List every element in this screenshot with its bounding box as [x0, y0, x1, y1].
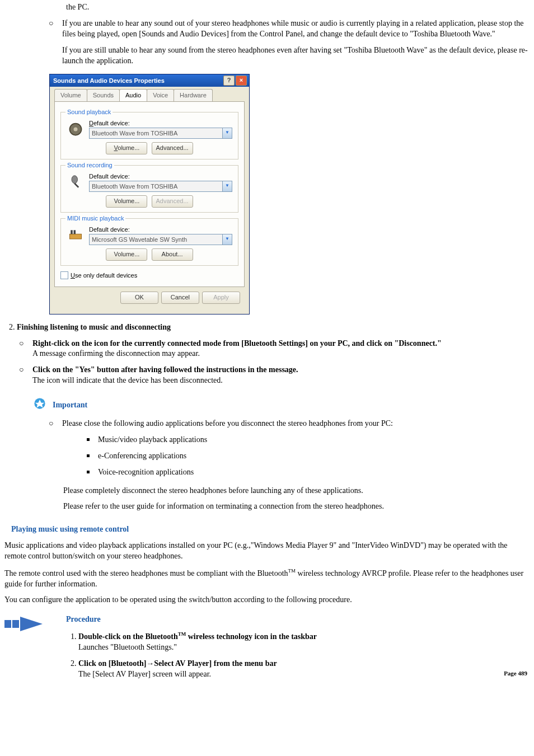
important-p1: Please completely disconnect the stereo … — [63, 486, 530, 496]
important-app-2: e-Conferencing applications — [82, 451, 530, 462]
step2-item2-bold: Click on the "Yes" button after having f… — [32, 365, 298, 374]
procedure-step-2: Click on [Bluetooth]→Select AV Player] f… — [78, 659, 530, 680]
remote-p2: The remote control used with the stereo … — [4, 567, 530, 589]
svg-rect-9 — [4, 620, 11, 628]
step2-title: Finishing listening to music and disconn… — [17, 323, 171, 331]
recording-volume-button[interactable]: Volume... — [106, 195, 147, 208]
intro-para2: If you are still unable to hear any soun… — [62, 45, 530, 67]
midi-icon — [67, 226, 85, 244]
trademark-icon: TM — [178, 631, 186, 637]
dialog-tabs: Volume Sounds Audio Voice Hardware — [54, 89, 245, 102]
apply-button: Apply — [202, 292, 240, 304]
proc2-bold: Click on [Bluetooth]→Select AV Player] f… — [78, 659, 277, 668]
midi-about-button[interactable]: About... — [152, 248, 193, 261]
important-app-3: Voice-recognition applications — [82, 467, 530, 478]
chevron-down-icon[interactable]: ▼ — [222, 181, 232, 191]
trademark-icon: TM — [288, 568, 296, 574]
sound-recording-group: Sound recording Default device: Bluetoot… — [60, 165, 238, 213]
tab-volume[interactable]: Volume — [54, 89, 87, 101]
proc1-bold: Double-click on the BluetoothTM wireless… — [78, 632, 317, 641]
microphone-icon — [67, 173, 85, 191]
svg-point-2 — [72, 175, 78, 183]
sound-playback-group: Sound playback Default device: Bluetooth… — [60, 112, 238, 159]
important-p2: Please refer to the user guide for infor… — [63, 501, 530, 512]
use-only-default-label: Use only default devices — [71, 271, 137, 280]
tab-voice[interactable]: Voice — [147, 89, 174, 101]
chevron-down-icon[interactable]: ▼ — [222, 234, 232, 245]
tab-audio[interactable]: Audio — [119, 89, 147, 101]
sounds-audio-dialog: Sounds and Audio Devices Properties ? × … — [49, 74, 250, 314]
playback-device-value: Bluetooth Wave from TOSHIBA — [90, 128, 222, 138]
remote-heading: Playing music using remote control — [11, 524, 530, 535]
info-icon — [34, 397, 46, 413]
intro-bullet: If you are unable to hear any sound out … — [46, 18, 530, 67]
svg-line-3 — [74, 183, 78, 187]
recording-label: Default device: — [89, 172, 232, 181]
playback-advanced-button[interactable]: Advanced... — [152, 142, 193, 154]
step2-item1-plain: A message confirming the disconnection m… — [32, 349, 200, 358]
step2-item2-plain: The icon will indicate that the device h… — [32, 376, 223, 384]
intro-line0: the PC. — [66, 2, 530, 13]
svg-rect-10 — [12, 620, 19, 628]
procedure-step-1: Double-click on the BluetoothTM wireless… — [78, 631, 530, 652]
step2-item1-bold: Right-click on the icon for the currentl… — [32, 339, 442, 348]
checkbox-icon — [60, 271, 68, 279]
cancel-button[interactable]: Cancel — [161, 292, 199, 304]
proc2-plain: The [Select AV Player] screen will appea… — [78, 670, 211, 678]
important-app-1: Music/video playback applications — [82, 435, 530, 445]
ok-button[interactable]: OK — [120, 292, 158, 304]
step2-item-2: Click on the "Yes" button after having f… — [17, 365, 530, 386]
procedure-arrow-icon — [4, 614, 49, 637]
tab-sounds[interactable]: Sounds — [87, 89, 120, 101]
chevron-down-icon[interactable]: ▼ — [222, 128, 232, 138]
playback-label: Default device: — [89, 119, 232, 128]
help-icon[interactable]: ? — [223, 76, 235, 86]
remote-p1: Music applications and video playback ap… — [4, 541, 530, 562]
svg-point-1 — [74, 127, 78, 131]
remote-p3: You can configure the application to be … — [4, 595, 530, 605]
recording-device-combo[interactable]: Bluetooth Wave from TOSHIBA ▼ — [89, 181, 232, 192]
midi-device-value: Microsoft GS Wavetable SW Synth — [90, 234, 222, 245]
midi-device-combo[interactable]: Microsoft GS Wavetable SW Synth ▼ — [89, 234, 232, 245]
dialog-title: Sounds and Audio Devices Properties — [53, 77, 222, 85]
svg-rect-5 — [71, 231, 73, 234]
speaker-icon — [67, 120, 85, 138]
step2-item-1: Right-click on the icon for the currentl… — [17, 339, 530, 360]
proc1-plain: Launches "Bluetooth Settings." — [78, 643, 177, 651]
intro-para1: If you are unable to hear any sound out … — [62, 18, 530, 40]
recording-legend: Sound recording — [65, 161, 114, 170]
important-intro: Please close the following audio applica… — [62, 419, 393, 428]
midi-volume-button[interactable]: Volume... — [106, 248, 147, 261]
close-icon[interactable]: × — [236, 76, 247, 86]
playback-device-combo[interactable]: Bluetooth Wave from TOSHIBA ▼ — [89, 128, 232, 139]
midi-playback-group: MIDI music playback Default device: Micr… — [60, 218, 238, 266]
step-2: Finishing listening to music and disconn… — [17, 322, 530, 386]
playback-legend: Sound playback — [65, 108, 113, 116]
recording-device-value: Bluetooth Wave from TOSHIBA — [90, 181, 222, 191]
midi-legend: MIDI music playback — [65, 214, 125, 223]
midi-label: Default device: — [89, 226, 232, 234]
recording-advanced-button: Advanced... — [152, 195, 193, 208]
important-intro-item: Please close the following audio applica… — [46, 419, 530, 478]
important-label: Important — [53, 400, 87, 411]
svg-rect-6 — [74, 231, 76, 234]
page-number: Page 489 — [504, 669, 527, 678]
tab-hardware[interactable]: Hardware — [174, 89, 213, 101]
procedure-label: Procedure — [66, 614, 530, 625]
use-only-default-checkbox[interactable]: Use only default devices — [60, 271, 238, 280]
playback-volume-button[interactable]: Volume... — [106, 142, 147, 154]
svg-rect-4 — [70, 234, 82, 240]
svg-marker-11 — [20, 617, 43, 631]
